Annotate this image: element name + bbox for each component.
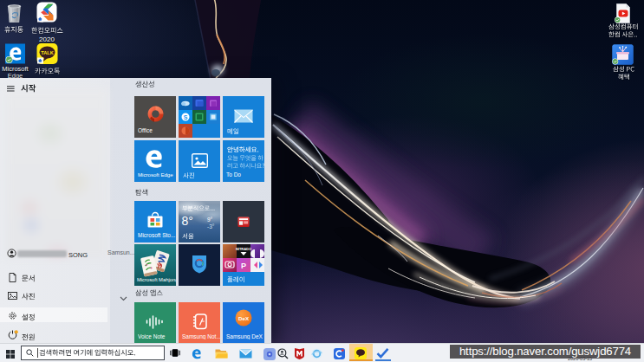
svg-text:TALK: TALK — [41, 50, 54, 55]
svg-text:NITRADO: NITRADO — [236, 247, 251, 251]
svg-text:S: S — [184, 114, 188, 120]
svg-text:DeX: DeX — [238, 315, 250, 321]
svg-text:P: P — [241, 262, 246, 270]
